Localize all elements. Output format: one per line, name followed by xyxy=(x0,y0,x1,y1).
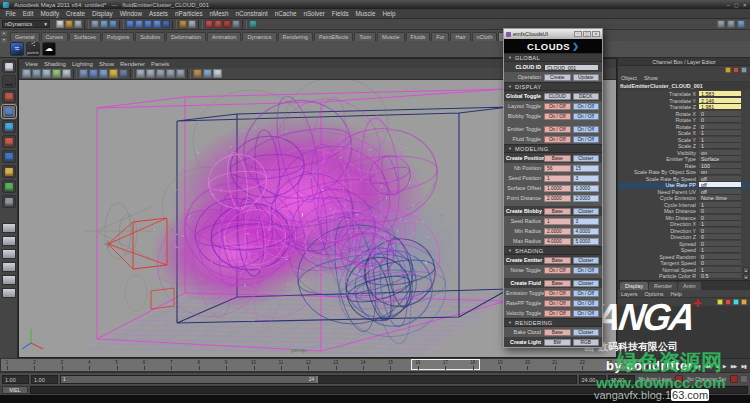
channel-hyperbolic-icon[interactable] xyxy=(741,67,747,73)
seed-radius-cluster[interactable]: 3 xyxy=(573,218,600,225)
shelf-tab-subdivs[interactable]: Subdivs xyxy=(135,32,165,41)
render-current-frame-icon[interactable] xyxy=(214,20,222,28)
channel-row-cycle-interval[interactable]: Cycle Interval1 xyxy=(618,202,750,209)
channel-value-direction-x[interactable]: 1 xyxy=(699,221,741,227)
velocity-toggle-cluster[interactable]: On / Off xyxy=(573,310,600,317)
menu-nmesh[interactable]: nMesh xyxy=(206,10,232,17)
create-blobby-cluster[interactable]: Cluster xyxy=(573,208,600,215)
shadows-icon[interactable] xyxy=(119,69,128,78)
channel-value-emitter-type[interactable]: Surface xyxy=(699,156,741,162)
tool-settings-toggle-icon[interactable] xyxy=(727,20,735,28)
anim-layer-label[interactable]: No Anim Layer xyxy=(637,376,674,382)
seed-position-base[interactable]: 1 xyxy=(544,175,571,182)
max-radius-base[interactable]: 4.0000 xyxy=(544,238,571,245)
auto-keyframe-icon[interactable] xyxy=(730,375,738,383)
channel-row-speed[interactable]: Speed1 xyxy=(618,247,750,254)
channel-row-emitter-type[interactable]: Emitter TypeSurface xyxy=(618,156,750,163)
surface-offset-cluster[interactable]: 1.0000 xyxy=(573,185,600,192)
lock-camera-icon[interactable] xyxy=(32,69,41,78)
channel-row-max-distance[interactable]: Max Distance0 xyxy=(618,208,750,215)
surface-offset-base[interactable]: 1.0000 xyxy=(544,185,571,192)
velocity-toggle-base[interactable]: On / Off xyxy=(544,310,571,317)
channel-box-object-name[interactable]: fluidEmitterCluster_CLOUD_001 xyxy=(618,82,750,90)
viewport-menu-show[interactable]: Show xyxy=(96,61,117,67)
menu-ncache[interactable]: nCache xyxy=(271,10,300,17)
show-manipulator-icon[interactable] xyxy=(2,180,16,193)
ratepp-toggle-base[interactable]: On / Off xyxy=(544,300,571,307)
resolution-gate-icon[interactable] xyxy=(136,69,145,78)
shelf-tab-deformation[interactable]: Deformation xyxy=(166,32,206,41)
render-settings-icon[interactable] xyxy=(232,20,240,28)
layout-toggle-base[interactable]: On / Off xyxy=(544,103,571,110)
clouds-window-close-button[interactable]: ✕ xyxy=(592,31,600,37)
ratepp-toggle-cluster[interactable]: On / Off xyxy=(573,300,600,307)
min-radius-base[interactable]: 2.0000 xyxy=(544,228,571,235)
set-key-icon[interactable] xyxy=(675,375,683,383)
point-distance-base[interactable]: 2.0000 xyxy=(544,195,571,202)
ipr-render-icon[interactable] xyxy=(223,20,231,28)
shelf-item-particle[interactable]: ⁖particle xyxy=(26,42,40,56)
create-blobby-base[interactable]: Base xyxy=(544,208,571,215)
shelf-tab-hair[interactable]: Hair xyxy=(450,32,470,41)
snap-point-icon[interactable] xyxy=(144,20,152,28)
paint-select-tool-icon[interactable] xyxy=(2,90,16,103)
channel-value-translate-y[interactable]: 2.146 xyxy=(699,98,741,104)
shelf-tab-dynamics[interactable]: Dynamics xyxy=(242,32,276,41)
channel-row-rate[interactable]: Rate100 xyxy=(618,163,750,170)
channel-value-speed[interactable]: 1 xyxy=(699,247,741,253)
shelf-arrow-down-icon[interactable]: ▼ xyxy=(1,38,7,43)
menu-nconstraint[interactable]: nConstraint xyxy=(232,10,271,17)
last-tool-icon[interactable] xyxy=(2,195,16,208)
channel-row-min-distance[interactable]: Min Distance0 xyxy=(618,215,750,222)
play-backwards-button[interactable]: ◀ xyxy=(713,363,720,369)
menu-help[interactable]: Help xyxy=(379,10,399,17)
construction-history-icon[interactable] xyxy=(188,20,196,28)
save-scene-icon[interactable] xyxy=(74,20,82,28)
layer-tab-anim[interactable]: Anim xyxy=(678,282,701,290)
scroll-down-icon[interactable]: ▼ xyxy=(743,274,749,280)
shelf-tab-painteffects[interactable]: PaintEffects xyxy=(314,32,353,41)
shelf-tab-animation[interactable]: Animation xyxy=(207,32,241,41)
section-header-global[interactable]: ▼GLOBAL xyxy=(504,53,602,62)
display-layer-mode-icon[interactable] xyxy=(733,299,739,305)
channel-value-min-distance[interactable]: 0 xyxy=(699,215,741,221)
channel-row-scale-rate-by-object-size[interactable]: Scale Rate By Object Sizeon xyxy=(618,169,750,176)
playback-start-field[interactable]: 1.00 xyxy=(2,375,29,384)
operation-cluster[interactable]: Update xyxy=(573,74,600,81)
channel-row-direction-z[interactable]: Direction Z0 xyxy=(618,234,750,241)
channel-value-scale-y[interactable]: 1 xyxy=(699,137,741,143)
input-operations-icon[interactable] xyxy=(179,20,187,28)
rotate-tool-icon[interactable] xyxy=(2,120,16,133)
section-header-rendering[interactable]: ▼RENDERING xyxy=(504,318,602,327)
exposure-icon[interactable] xyxy=(213,69,222,78)
close-button[interactable]: ✕ xyxy=(743,2,747,8)
viewport-menu-lighting[interactable]: Lighting xyxy=(69,61,96,67)
attribute-editor-toggle-icon[interactable] xyxy=(717,20,725,28)
open-scene-icon[interactable] xyxy=(65,20,73,28)
clouds-window-titlebar[interactable]: emfxCloudsUI ─▢✕ xyxy=(504,29,602,39)
create-position-cluster[interactable]: Cluster xyxy=(573,155,600,162)
clouds-window-maximize-button[interactable]: ▢ xyxy=(583,31,591,37)
channel-value-normal-speed[interactable]: 1 xyxy=(699,267,741,273)
image-plane-icon[interactable] xyxy=(62,69,71,78)
channel-row-use-rate-pp[interactable]: Use Rate PPoff xyxy=(618,182,750,189)
xray-icon[interactable] xyxy=(203,69,212,78)
channel-box-toggle-icon[interactable] xyxy=(737,20,745,28)
fluid-toggle-cluster[interactable]: On / Off xyxy=(573,136,600,143)
operation-base[interactable]: Create xyxy=(544,74,571,81)
isolate-select-icon[interactable] xyxy=(193,69,202,78)
go-to-end-button[interactable]: ▶▮ xyxy=(739,363,748,369)
shelf-item-fluid-emitter[interactable]: ≈ xyxy=(10,42,24,56)
scroll-up-icon[interactable]: ▲ xyxy=(743,267,749,273)
channel-box-menu-object[interactable]: Object xyxy=(621,75,637,81)
channel-value-translate-x[interactable]: 1.583 xyxy=(699,91,741,97)
blobby-toggle-cluster[interactable]: On / Off xyxy=(573,113,600,120)
channel-value-scale-rate-by-speed[interactable]: off xyxy=(699,176,741,182)
menu-edit[interactable]: Edit xyxy=(19,10,37,17)
nb-position-base[interactable]: 56 xyxy=(544,165,571,172)
shelf-tab-fluids[interactable]: Fluids xyxy=(406,32,431,41)
channel-value-cycle-emission[interactable]: None (time xyxy=(699,195,741,201)
channel-row-speed-random[interactable]: Speed Random0 xyxy=(618,254,750,261)
channel-row-rotate-z[interactable]: Rotate Z0 xyxy=(618,124,750,131)
layer-menu-help[interactable]: Help xyxy=(670,291,681,297)
